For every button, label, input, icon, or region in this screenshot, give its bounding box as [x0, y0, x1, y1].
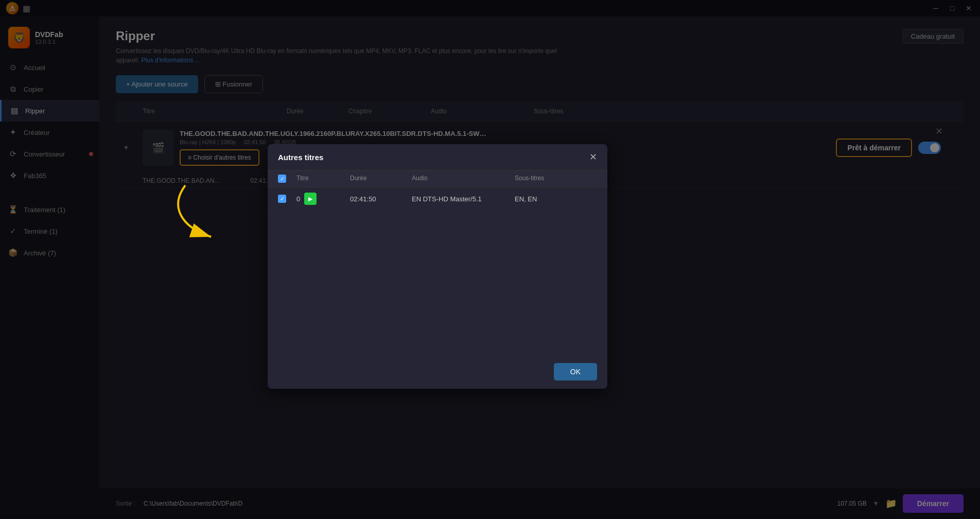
play-button[interactable]: ▶ — [304, 193, 317, 205]
createur-icon: ✦ — [8, 128, 18, 137]
modal-col-duree: Durée — [350, 175, 412, 183]
modal-empty-space — [268, 211, 607, 355]
sidebar-nav: ⊙ Accueil ⧉ Copier ▤ Ripper ✦ Créateur ⟳… — [0, 57, 99, 264]
convertisseur-icon: ⟳ — [8, 149, 18, 159]
maximize-button[interactable]: □ — [945, 1, 959, 15]
col-chapitre: Chapitre — [342, 106, 425, 117]
minimize-button[interactable]: ─ — [929, 1, 943, 15]
sidebar-item-ripper[interactable]: ▤ Ripper — [0, 100, 99, 122]
sidebar-logo: 🦁 DVDFab 13.0.3.1 — [0, 21, 99, 57]
disk-space: 107.05 GB — [837, 500, 866, 507]
modal-table-header: ✓ Titre Durée Audio Sous-titres — [268, 170, 607, 187]
sidebar-item-createur[interactable]: ✦ Créateur — [0, 122, 99, 143]
movie-thumbnail: 🎬 — [143, 130, 173, 166]
archive-icon: 📦 — [8, 248, 18, 257]
add-source-button[interactable]: + Ajouter une source — [116, 75, 198, 93]
output-path: C:\Users\fab\Documents\DVDFab\D — [144, 500, 242, 507]
sidebar-item-copier[interactable]: ⧉ Copier — [0, 78, 99, 100]
sidebar-item-fab365[interactable]: ❖ Fab365 — [0, 165, 99, 186]
merge-button[interactable]: ⊞ Fusionner — [204, 75, 263, 93]
modal-title: Autres titres — [278, 153, 323, 162]
disk-chevron: ▼ — [873, 500, 879, 507]
sidebar-item-traitement[interactable]: ⏳ Traitement (1) — [0, 199, 99, 220]
format-info: Blu-ray | H264 | 1080p — [180, 139, 236, 145]
col-title: Titre — [136, 106, 281, 117]
toolbar: + Ajouter une source ⊞ Fusionner — [99, 71, 980, 101]
cadeau-button[interactable]: Cadeau gratuit — [902, 29, 964, 44]
page-description: Convertissez les disques DVD/Blu-ray/4K … — [116, 46, 579, 65]
modal-col-title: Titre — [296, 175, 350, 183]
modal-row-title: 0 — [296, 195, 300, 203]
app-logo: 🦁 — [8, 27, 30, 48]
ready-toggle[interactable] — [918, 142, 941, 154]
convertisseur-dot — [89, 152, 93, 156]
alert-icon: ⚠ — [6, 2, 19, 14]
sidebar-item-label: Ripper — [25, 107, 45, 115]
sidebar-item-label: Copier — [24, 85, 43, 93]
ok-button[interactable]: OK — [554, 363, 597, 380]
duration-info: 02:41:50 — [244, 139, 266, 145]
title-bar: ⚠ ▦ ─ □ ✕ — [0, 0, 980, 16]
col-soustitres: Sous-titres — [528, 106, 631, 117]
copier-icon: ⧉ — [8, 84, 18, 94]
sidebar-item-label: Fab365 — [24, 172, 46, 180]
row-close-button[interactable]: ✕ — [931, 122, 947, 141]
sidebar-item-label: Terminé (1) — [24, 228, 58, 235]
ready-section: Prêt à démarrer — [830, 136, 947, 159]
more-info-link[interactable]: Plus d'informations ... — [141, 57, 200, 64]
modal-close-button[interactable]: ✕ — [589, 152, 597, 162]
film-icon: 🎬 — [152, 142, 165, 154]
select-all-checkbox[interactable]: ✓ — [278, 175, 286, 183]
col-duree: Durée — [281, 106, 342, 117]
fab365-icon: ❖ — [8, 171, 18, 180]
sub-title: THE.GOOD.THE.BAD.AN... — [143, 177, 219, 184]
close-button[interactable]: ✕ — [961, 1, 976, 15]
app-name: DVDFab — [35, 30, 63, 39]
sidebar-item-convertisseur[interactable]: ⟳ Convertisseur — [0, 143, 99, 165]
table-header: Titre Durée Chapitre Audio Sous-titres — [116, 101, 964, 122]
row-check[interactable]: ✓ — [278, 195, 286, 203]
sidebar-item-accueil[interactable]: ⊙ Accueil — [0, 57, 99, 78]
row-checkbox[interactable]: ✓ — [278, 195, 296, 203]
col-audio: Audio — [425, 106, 528, 117]
modal-footer: OK — [268, 355, 607, 389]
app-version: 13.0.3.1 — [35, 39, 63, 45]
title-bar-icons: ⚠ ▦ — [4, 2, 30, 14]
movie-title: THE.GOOD.THE.BAD.AND.THE.UGLY.1966.2160P… — [180, 130, 488, 137]
ripper-icon: ▤ — [10, 106, 19, 115]
ready-label: Prêt à démarrer — [836, 139, 912, 157]
sidebar-item-label: Accueil — [24, 64, 45, 72]
modal-header: Autres titres ✕ — [268, 144, 607, 170]
sidebar-item-label: Créateur — [24, 129, 50, 136]
sidebar-item-archive[interactable]: 📦 Archivé (7) — [0, 242, 99, 264]
content-header: Ripper Convertissez les disques DVD/Blu-… — [99, 16, 980, 71]
sidebar-item-label: Traitement (1) — [24, 206, 65, 214]
modal-col-check: ✓ — [278, 175, 296, 183]
row-expand-chevron[interactable]: ▼ — [116, 142, 136, 153]
logo-emoji: 🦁 — [13, 31, 26, 44]
modal-row-duration: 02:41:50 — [350, 195, 412, 203]
menu-icon: ▦ — [23, 4, 30, 13]
termine-icon: ✓ — [8, 227, 18, 236]
footer-right: 107.05 GB ▼ 📁 Démarrer — [837, 494, 964, 513]
modal-row-subtitles: EN, EN — [515, 195, 597, 203]
choose-titles-button[interactable]: ≡ Choisir d'autres titres — [180, 149, 259, 166]
sidebar: 🦁 DVDFab 13.0.3.1 ⊙ Accueil ⧉ Copier ▤ R… — [0, 16, 99, 519]
modal-row-title-cell: 0 ▶ — [296, 193, 350, 205]
accueil-icon: ⊙ — [8, 63, 18, 72]
modal-col-audio: Audio — [412, 175, 515, 183]
col-actions — [631, 106, 964, 117]
modal-col-sous: Sous-titres — [515, 175, 597, 183]
sidebar-item-termine[interactable]: ✓ Terminé (1) — [0, 220, 99, 242]
folder-button[interactable]: 📁 — [885, 498, 897, 509]
sidebar-item-label: Convertisseur — [24, 150, 65, 158]
page-title: Ripper — [116, 29, 579, 43]
modal-row-audio: EN DTS-HD Master/5.1 — [412, 195, 515, 203]
modal-table-row[interactable]: ✓ 0 ▶ 02:41:50 EN DTS-HD Master/5.1 EN, … — [268, 187, 607, 211]
start-button[interactable]: Démarrer — [903, 494, 964, 513]
output-label: Sortie : — [116, 500, 135, 507]
col-expand — [116, 106, 136, 117]
traitement-icon: ⏳ — [8, 205, 18, 214]
autres-titres-modal[interactable]: Autres titres ✕ ✓ Titre Durée Audio Sous… — [268, 144, 607, 389]
sidebar-item-label: Archivé (7) — [24, 249, 56, 257]
